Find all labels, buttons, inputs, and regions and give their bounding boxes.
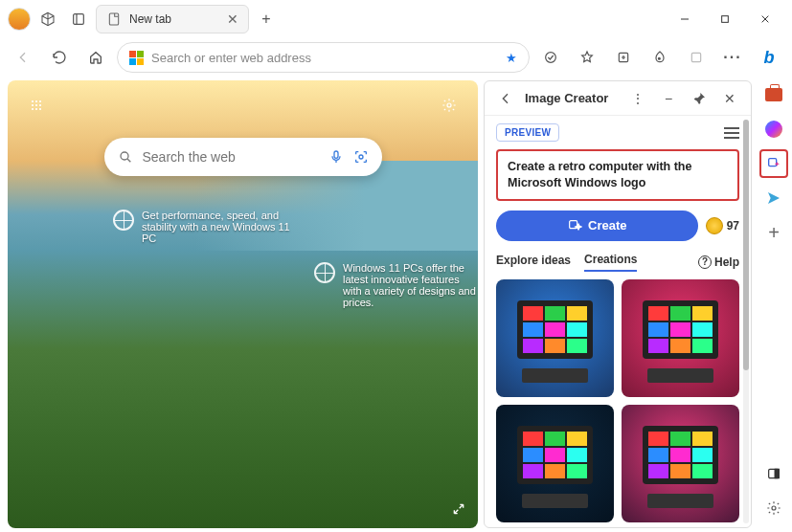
svg-point-7 — [32, 100, 34, 102]
svg-rect-6 — [691, 53, 700, 61]
titlebar: New tab ✕ + — [0, 0, 792, 38]
create-button[interactable]: Create — [496, 211, 698, 241]
profile-avatar[interactable] — [8, 8, 31, 31]
svg-point-19 — [359, 155, 363, 159]
sidebar-settings-icon[interactable] — [759, 494, 788, 522]
globe-icon — [314, 262, 335, 283]
sidebar-toggle-icon[interactable] — [759, 459, 788, 488]
page-settings-icon[interactable] — [436, 92, 463, 119]
image-creator-panel: Image Creator ⋮ − ✕ PREVIEW Create a ret… — [484, 80, 752, 528]
coin-balance[interactable]: 97 — [706, 217, 739, 234]
window-close-button[interactable] — [746, 4, 784, 34]
create-label: Create — [588, 218, 626, 233]
panel-scrollbar[interactable] — [743, 120, 749, 523]
scrollbar-thumb[interactable] — [743, 120, 749, 370]
back-button[interactable] — [8, 42, 38, 73]
favorite-star-icon[interactable]: ★ — [506, 51, 517, 65]
svg-point-11 — [35, 104, 37, 106]
svg-point-14 — [35, 108, 37, 110]
svg-point-10 — [32, 104, 34, 106]
panel-more-icon[interactable]: ⋮ — [626, 87, 649, 110]
svg-rect-18 — [334, 151, 338, 158]
edge-sidebar: + — [756, 77, 792, 532]
window-minimize-button[interactable] — [666, 4, 704, 34]
svg-point-5 — [658, 57, 660, 59]
coin-value: 97 — [727, 219, 739, 233]
refresh-button[interactable] — [44, 42, 75, 73]
search-icon — [118, 149, 133, 165]
tab-actions-icon[interactable] — [65, 6, 92, 33]
home-button[interactable] — [80, 42, 111, 73]
svg-point-12 — [39, 104, 41, 106]
browser-tab[interactable]: New tab ✕ — [96, 5, 249, 33]
image-search-icon[interactable] — [353, 149, 369, 165]
promo-card-1[interactable]: Get performance, speed, and stability wi… — [113, 210, 305, 244]
svg-point-16 — [447, 103, 451, 107]
svg-point-9 — [39, 100, 41, 102]
new-tab-page: Get performance, speed, and stability wi… — [8, 80, 478, 528]
promo-text-2: Windows 11 PCs offer the latest innovati… — [343, 262, 478, 308]
ntp-search-input[interactable] — [143, 149, 319, 165]
sidebar-add-icon[interactable]: + — [759, 218, 788, 247]
prompt-input[interactable]: Create a retro computer with the Microso… — [496, 149, 739, 201]
tab-creations[interactable]: Creations — [584, 253, 637, 272]
address-bar[interactable]: Search or enter web address ★ — [117, 42, 530, 73]
coin-icon — [706, 217, 723, 234]
svg-rect-2 — [722, 16, 729, 23]
panel-title: Image Creator — [525, 91, 619, 105]
toolbar: Search or enter web address ★ ··· b — [0, 38, 792, 77]
performance-icon[interactable] — [645, 42, 675, 73]
creation-thumbnail[interactable] — [622, 405, 739, 522]
creation-thumbnail[interactable] — [496, 279, 614, 397]
creation-thumbnail[interactable] — [496, 405, 614, 522]
ntp-search-box[interactable] — [104, 138, 382, 176]
creation-thumbnail[interactable] — [622, 279, 739, 397]
svg-rect-23 — [775, 469, 779, 477]
panel-header: Image Creator ⋮ − ✕ — [485, 81, 751, 116]
prompt-text: Create a retro computer with the Microso… — [508, 160, 691, 189]
svg-point-8 — [35, 100, 37, 102]
app-icon[interactable] — [681, 42, 712, 73]
svg-rect-1 — [109, 13, 118, 25]
tab-page-icon — [106, 11, 122, 27]
app-launcher-icon[interactable] — [23, 92, 50, 119]
svg-rect-0 — [74, 14, 84, 25]
sidebar-image-creator-icon[interactable] — [759, 149, 788, 178]
panel-back-button[interactable] — [494, 87, 517, 110]
panel-close-icon[interactable]: ✕ — [718, 87, 741, 110]
svg-point-17 — [121, 152, 128, 160]
panel-minimize-icon[interactable]: − — [657, 87, 680, 110]
creations-grid — [496, 279, 739, 522]
svg-point-13 — [32, 108, 34, 110]
panel-tabs: Explore ideas Creations ? Help — [496, 253, 739, 272]
workspaces-icon[interactable] — [34, 6, 61, 33]
voice-search-icon[interactable] — [328, 149, 344, 165]
create-sparkle-icon — [567, 218, 582, 233]
panel-menu-icon[interactable] — [724, 127, 739, 139]
sidebar-tools-icon[interactable] — [759, 80, 788, 109]
sidebar-copilot-icon[interactable] — [759, 115, 788, 144]
expand-icon[interactable] — [447, 498, 470, 521]
tracking-prevention-icon[interactable] — [535, 42, 566, 73]
svg-point-15 — [39, 108, 41, 110]
bing-chat-icon[interactable]: b — [754, 42, 784, 73]
more-menu-icon[interactable]: ··· — [717, 42, 748, 73]
sidebar-send-icon[interactable] — [759, 184, 788, 212]
globe-icon — [113, 210, 134, 231]
tab-close-icon[interactable]: ✕ — [227, 11, 238, 27]
promo-card-2[interactable]: Windows 11 PCs offer the latest innovati… — [314, 262, 478, 308]
collections-icon[interactable] — [608, 42, 639, 73]
microsoft-logo-icon — [129, 51, 144, 65]
preview-badge: PREVIEW — [496, 123, 559, 142]
help-link[interactable]: ? Help — [698, 255, 739, 269]
tab-explore-ideas[interactable]: Explore ideas — [496, 254, 571, 271]
new-tab-button[interactable]: + — [253, 6, 280, 33]
window-maximize-button[interactable] — [706, 4, 744, 34]
help-icon: ? — [698, 255, 712, 269]
svg-rect-21 — [769, 159, 777, 166]
svg-point-24 — [772, 506, 776, 510]
promo-text-1: Get performance, speed, and stability wi… — [142, 210, 305, 244]
svg-point-3 — [546, 53, 556, 63]
panel-pin-icon[interactable] — [688, 87, 711, 110]
favorites-icon[interactable] — [572, 42, 602, 73]
